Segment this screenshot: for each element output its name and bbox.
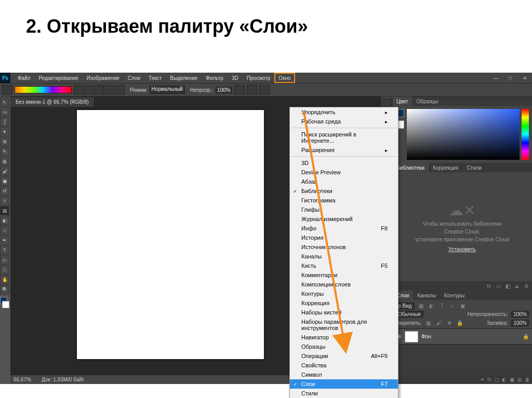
menu-item-наборы-кистей[interactable]: Наборы кистей	[290, 308, 398, 317]
brush-tool[interactable]: 🖌	[0, 167, 9, 176]
tool-preset-icon[interactable]	[2, 85, 12, 94]
menu-item-кисть[interactable]: КистьF5	[290, 261, 398, 270]
type-tool[interactable]: T	[0, 245, 9, 255]
dither-checkbox[interactable]	[247, 85, 257, 94]
filter-smart-icon[interactable]: ▣	[459, 302, 467, 309]
tab-adjustments[interactable]: Коррекция	[429, 163, 462, 172]
menu-item-источник-клонов[interactable]: Источник клонов	[290, 242, 398, 252]
reverse-checkbox[interactable]	[234, 85, 245, 94]
zoom-tool[interactable]: 🔍	[0, 285, 9, 294]
menu-image[interactable]: Изображение	[83, 73, 124, 83]
menu-item-библиотеки[interactable]: Библиотеки	[290, 186, 398, 196]
gradient-linear-icon[interactable]	[74, 85, 83, 94]
menu-select[interactable]: Выделение	[166, 73, 202, 83]
pen-tool[interactable]: ✒	[0, 236, 9, 245]
fill-input[interactable]	[511, 320, 529, 326]
menu-view[interactable]: Просмотр	[243, 73, 275, 83]
blend-mode-layers[interactable]: Обычные	[395, 311, 423, 318]
menu-edit[interactable]: Редактирование	[35, 73, 83, 83]
layer-row-background[interactable]: 👁 Фон 🔒	[392, 329, 532, 345]
dodge-tool[interactable]: ○	[0, 226, 9, 235]
stamp-tool[interactable]: ▣	[0, 176, 9, 186]
layer-name[interactable]: Фон	[421, 334, 431, 339]
menu-item-комментарии[interactable]: Комментарии	[290, 270, 398, 280]
filter-type-icon[interactable]: T	[438, 302, 446, 309]
menu-item-абзац[interactable]: Абзац	[290, 177, 398, 186]
crop-tool[interactable]: ⧉	[0, 137, 9, 146]
tab-paths[interactable]: Контуры	[440, 291, 469, 300]
bucket-icon[interactable]: ⬙	[513, 282, 521, 290]
blend-mode-select[interactable]: Нормальный	[150, 86, 185, 94]
menu-item-рабочая-среда[interactable]: Рабочая среда	[290, 117, 398, 126]
minimize-button[interactable]: —	[488, 73, 503, 83]
tab-color[interactable]: Цвет	[392, 97, 412, 106]
mask-add-icon[interactable]: ◻	[495, 377, 499, 382]
mask-icon[interactable]: ▭	[495, 282, 502, 290]
eyedropper-tool[interactable]: ✎	[0, 147, 9, 156]
menu-item-гистограмма[interactable]: Гистограмма	[290, 196, 398, 205]
color-field[interactable]	[407, 109, 520, 160]
magic-wand-tool[interactable]: ✦	[0, 127, 9, 136]
menu-item-композиции-слоев[interactable]: Композиции слоев	[290, 280, 398, 289]
gradient-preview[interactable]	[15, 86, 72, 93]
menu-file[interactable]: Файл	[14, 73, 35, 83]
fx-add-icon[interactable]: fx	[487, 377, 491, 382]
menu-item-навигатор[interactable]: Навигатор	[290, 333, 398, 342]
path-select-tool[interactable]: ▷	[0, 255, 9, 265]
color-swatches[interactable]	[0, 297, 9, 308]
menu-layer[interactable]: Слои	[124, 73, 144, 83]
tab-swatches[interactable]: Образцы	[412, 97, 442, 106]
gradient-radial-icon[interactable]	[84, 85, 94, 94]
menu-item-контуры[interactable]: Контуры	[290, 289, 398, 298]
filter-shape-icon[interactable]: ▱	[449, 302, 456, 309]
menu-item-3d[interactable]: 3D	[290, 158, 398, 168]
gradient-tool[interactable]: ▤	[0, 206, 9, 215]
maximize-button[interactable]: □	[503, 73, 517, 83]
tab-channels[interactable]: Каналы	[413, 291, 440, 300]
adjust-add-icon[interactable]: ◐	[502, 377, 507, 382]
filter-adjust-icon[interactable]: ◐	[428, 302, 435, 309]
lock-all-icon[interactable]: 🔒	[456, 319, 463, 326]
menu-item-каналы[interactable]: Каналы	[290, 252, 398, 261]
lock-pos-icon[interactable]: ✥	[446, 319, 453, 326]
marquee-tool[interactable]: ▭	[0, 107, 9, 117]
menu-item-глифы[interactable]: Глифы	[290, 205, 398, 214]
menu-item-device-preview[interactable]: Device Preview	[290, 168, 398, 177]
link-layers-icon[interactable]: ⚭	[480, 377, 484, 382]
menu-window[interactable]: Окно	[274, 73, 295, 83]
transparency-checkbox[interactable]	[259, 85, 270, 94]
blur-tool[interactable]: ◐	[0, 216, 9, 225]
install-link[interactable]: Установить	[448, 246, 476, 252]
fx-icon[interactable]: fx	[485, 282, 493, 290]
menu-item-наборы-параметров-для-инструментов[interactable]: Наборы параметров для инструментов	[290, 317, 398, 333]
gradient-diamond-icon[interactable]	[115, 85, 125, 94]
zoom-level[interactable]: 66,67%	[14, 377, 31, 382]
hue-slider[interactable]	[522, 109, 529, 160]
menu-item-стили[interactable]: Стили	[290, 389, 398, 398]
move-tool[interactable]: ↖	[0, 98, 9, 107]
menu-item-инфо[interactable]: ИнфоF8	[290, 224, 398, 233]
menu-item-коррекция[interactable]: Коррекция	[290, 298, 398, 308]
menu-filter[interactable]: Фильтр	[202, 73, 228, 83]
menu-item-операции[interactable]: ОперацииAlt+F9	[290, 351, 398, 361]
window-menu-dropdown[interactable]: УпорядочитьРабочая средаПоиск расширений…	[289, 107, 398, 398]
trash-icon[interactable]: 🗑	[525, 377, 530, 382]
menu-item-поиск-расширений-в-интернете-[interactable]: Поиск расширений в Интернете...	[290, 130, 398, 145]
menu-item-упорядочить[interactable]: Упорядочить	[290, 107, 398, 117]
close-button[interactable]: ✕	[517, 73, 532, 83]
eraser-tool[interactable]: ◊	[0, 196, 9, 205]
lasso-tool[interactable]: ʃ	[0, 117, 9, 127]
group-add-icon[interactable]: ▣	[510, 377, 514, 382]
tab-styles[interactable]: Стили	[462, 163, 486, 172]
document-tab[interactable]: Без имени-1 @ 66,7% (RGB/8)	[10, 97, 95, 107]
lock-image-icon[interactable]: 🖌	[435, 319, 443, 326]
lock-trans-icon[interactable]: ▦	[425, 319, 432, 326]
menu-item-символ[interactable]: Символ	[290, 370, 398, 379]
layer-thumbnail[interactable]	[405, 331, 418, 342]
hand-tool[interactable]: ✋	[0, 275, 9, 284]
gear-icon[interactable]: ⚙	[523, 282, 530, 290]
s1-icon[interactable]: ◧	[504, 282, 511, 290]
opacity-input[interactable]	[216, 87, 232, 93]
gradient-reflected-icon[interactable]	[105, 85, 114, 94]
menu-item-свойства[interactable]: Свойства	[290, 361, 398, 370]
